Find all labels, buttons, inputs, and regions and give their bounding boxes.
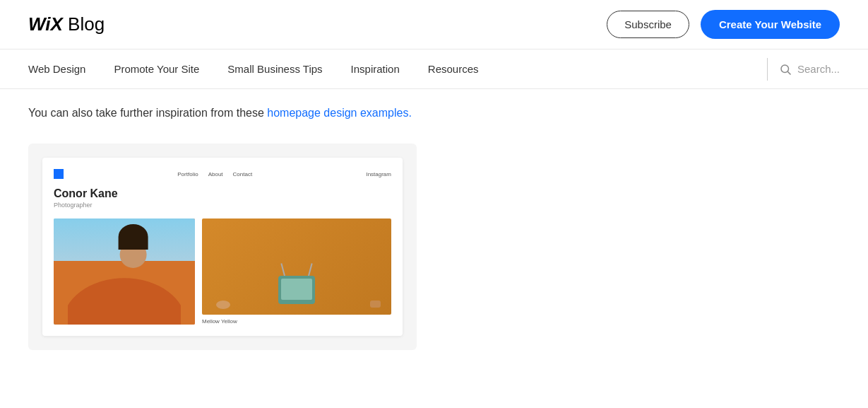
intro-text-before-link: You can also take further inspiration fr… — [28, 107, 267, 119]
nav-item-web-design[interactable]: Web Design — [28, 49, 100, 89]
nav-divider — [767, 58, 768, 81]
preview-photographer-subtitle: Photographer — [54, 202, 391, 209]
preview-image-caption: Mellow Yellow — [202, 318, 391, 325]
preview-nav-portfolio: Portfolio — [177, 171, 198, 177]
create-website-button[interactable]: Create Your Website — [701, 10, 840, 39]
preview-image-left — [54, 218, 195, 325]
logo-blog-text: Blog — [63, 13, 105, 35]
header-actions: Subscribe Create Your Website — [607, 10, 840, 39]
nav-item-resources[interactable]: Resources — [414, 49, 493, 89]
preview-photographer-name: Conor Kane — [54, 187, 391, 200]
logo[interactable]: WiX Blog — [28, 13, 105, 35]
preview-site-nav: Portfolio About Contact — [177, 171, 252, 177]
search-icon — [779, 63, 792, 76]
svg-line-1 — [787, 71, 790, 74]
navigation: Web Design Promote Your Site Small Busin… — [0, 49, 868, 89]
search-area[interactable]: Search... — [779, 63, 840, 76]
nav-item-promote-your-site[interactable]: Promote Your Site — [100, 49, 213, 89]
preview-image-right-container: Mellow Yellow — [202, 218, 391, 325]
preview-card: Portfolio About Contact Instagram Conor … — [28, 144, 417, 350]
preview-inner: Portfolio About Contact Instagram Conor … — [42, 158, 403, 336]
preview-nav-about: About — [208, 171, 223, 177]
preview-image-right — [202, 218, 391, 315]
preview-nav-contact: Contact — [233, 171, 253, 177]
intro-paragraph: You can also take further inspiration fr… — [28, 103, 607, 122]
header: WiX Blog Subscribe Create Your Website — [0, 0, 868, 49]
svg-point-0 — [781, 65, 789, 73]
logo-wix-text: WiX — [28, 13, 63, 35]
search-placeholder-text: Search... — [797, 63, 840, 75]
preview-social-link: Instagram — [366, 171, 391, 177]
nav-item-inspiration[interactable]: Inspiration — [337, 49, 414, 89]
preview-site-header: Portfolio About Contact Instagram — [54, 169, 391, 179]
subscribe-button[interactable]: Subscribe — [607, 11, 689, 38]
preview-images: Mellow Yellow — [54, 218, 391, 325]
preview-site-logo — [54, 169, 64, 179]
nav-item-small-business-tips[interactable]: Small Business Tips — [213, 49, 336, 89]
main-content: You can also take further inspiration fr… — [0, 89, 636, 378]
homepage-examples-link[interactable]: homepage design examples. — [267, 107, 412, 119]
nav-items: Web Design Promote Your Site Small Busin… — [28, 49, 756, 89]
